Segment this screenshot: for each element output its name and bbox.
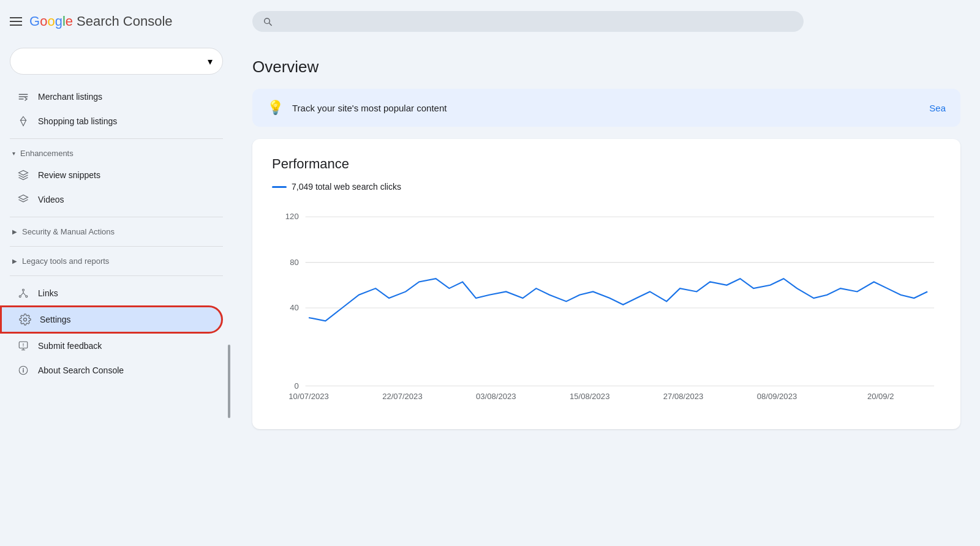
sidebar-item-submit-feedback[interactable]: ! Submit feedback — [0, 334, 223, 358]
lightbulb-icon: 💡 — [267, 100, 284, 116]
legend-line-indicator — [272, 186, 287, 188]
performance-legend: 7,049 total web search clicks — [272, 182, 941, 192]
app-header: Google Search Console — [0, 0, 980, 43]
performance-chart: 120 80 40 0 10/07/2023 22/07/2023 03/08/… — [272, 204, 941, 412]
sidebar-item-label: Settings — [40, 315, 71, 324]
performance-title: Performance — [272, 156, 941, 172]
main-layout: ▾ Merchant listings Shopping tab listing… — [0, 43, 980, 546]
diamond-icon — [17, 115, 29, 127]
x-label-1: 10/07/2023 — [288, 392, 328, 401]
search-input[interactable] — [279, 17, 794, 27]
sidebar-item-review-snippets[interactable]: Review snippets — [0, 163, 223, 187]
sidebar-item-merchant-listings[interactable]: Merchant listings — [0, 84, 223, 109]
banner-text: Track your site's most popular content — [292, 103, 447, 113]
sidebar-item-label: Submit feedback — [38, 341, 102, 351]
sidebar-item-settings[interactable]: Settings — [0, 305, 223, 334]
x-label-3: 03/08/2023 — [476, 392, 516, 401]
app-title: Search Console — [77, 13, 173, 29]
network-icon — [17, 287, 29, 299]
svg-point-0 — [23, 289, 24, 291]
legend-label: 7,049 total web search clicks — [292, 182, 401, 192]
page-title: Overview — [252, 58, 960, 77]
performance-card: Performance 7,049 total web search click… — [252, 139, 960, 429]
app-logo: Google Search Console — [29, 13, 173, 29]
sidebar-item-links[interactable]: Links — [0, 281, 223, 305]
property-selector[interactable]: ▾ — [10, 48, 223, 75]
chevron-down-icon: ▾ — [12, 150, 15, 157]
chevron-right-icon: ▶ — [12, 258, 17, 264]
section-label: Security & Manual Actions — [22, 227, 115, 236]
sidebar-item-label: Shopping tab listings — [38, 116, 117, 126]
sidebar-item-label: About Search Console — [38, 365, 124, 375]
section-label: Enhancements — [20, 149, 74, 158]
sidebar-item-about[interactable]: About Search Console — [0, 358, 223, 383]
chevron-down-icon: ▾ — [208, 56, 213, 67]
x-label-7: 20/09/2 — [867, 392, 894, 401]
section-label: Legacy tools and reports — [22, 256, 109, 266]
search-icon — [262, 16, 273, 27]
sidebar-divider-2 — [10, 217, 223, 217]
svg-text:!: ! — [23, 342, 24, 348]
header-left: Google Search Console — [10, 13, 243, 29]
main-content: Overview 💡 Track your site's most popula… — [233, 43, 980, 546]
banner-left: 💡 Track your site's most popular content — [267, 100, 447, 116]
x-label-4: 15/08/2023 — [570, 392, 609, 401]
svg-point-2 — [26, 296, 28, 297]
gear-icon — [19, 313, 31, 326]
sidebar-divider-4 — [10, 275, 223, 276]
sidebar-section-enhancements[interactable]: ▾ Enhancements — [0, 144, 233, 163]
scrollbar-indicator — [228, 345, 230, 418]
feedback-icon: ! — [17, 340, 29, 352]
y-label-40: 40 — [290, 303, 299, 312]
sidebar-section-security[interactable]: ▶ Security & Manual Actions — [0, 222, 233, 241]
search-bar[interactable] — [252, 11, 804, 32]
sidebar-divider-1 — [10, 138, 223, 139]
y-label-120: 120 — [285, 212, 299, 222]
sidebar-item-videos[interactable]: Videos — [0, 187, 223, 212]
y-label-80: 80 — [290, 258, 299, 267]
expand-icon — [17, 91, 29, 103]
chart-svg: 120 80 40 0 10/07/2023 22/07/2023 03/08/… — [272, 204, 941, 412]
x-label-6: 08/09/2023 — [757, 392, 797, 401]
performance-data-line — [309, 279, 927, 321]
sidebar-item-label: Videos — [38, 195, 64, 204]
promo-banner: 💡 Track your site's most popular content… — [252, 89, 960, 127]
y-label-0: 0 — [294, 381, 298, 391]
sidebar-item-label: Review snippets — [38, 170, 100, 180]
chevron-right-icon: ▶ — [12, 228, 17, 235]
google-wordmark: Google — [29, 13, 73, 29]
info-icon — [17, 364, 29, 376]
x-label-5: 27/08/2023 — [663, 392, 703, 401]
hamburger-menu-button[interactable] — [10, 17, 22, 26]
x-label-2: 22/07/2023 — [382, 392, 422, 401]
sidebar-divider-3 — [10, 246, 223, 247]
layers-icon — [17, 169, 29, 181]
sidebar-section-legacy[interactable]: ▶ Legacy tools and reports — [0, 252, 233, 271]
sidebar-item-shopping-tab-listings[interactable]: Shopping tab listings — [0, 109, 223, 133]
sidebar-item-label: Links — [38, 288, 58, 298]
layers2-icon — [17, 193, 29, 206]
sidebar: ▾ Merchant listings Shopping tab listing… — [0, 43, 233, 546]
sidebar-item-label: Merchant listings — [38, 92, 102, 102]
banner-link[interactable]: Sea — [929, 103, 946, 113]
svg-point-1 — [19, 296, 21, 297]
